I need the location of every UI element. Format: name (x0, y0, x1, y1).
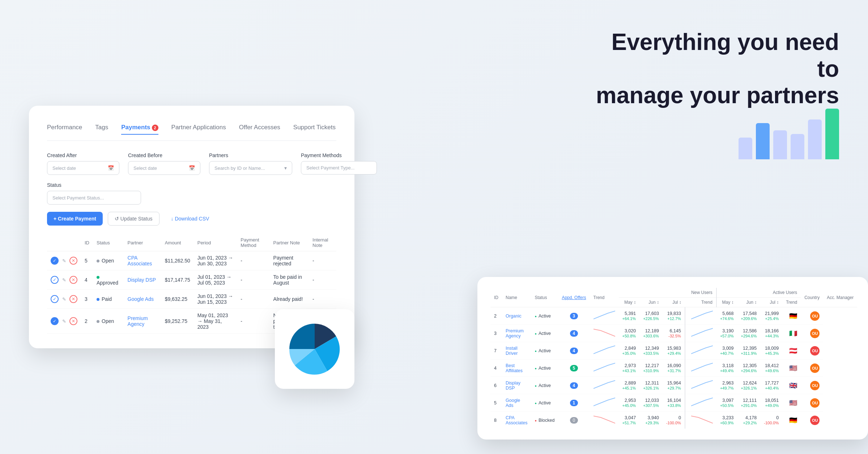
row-actions: ✓ ✎ ✕ (47, 270, 81, 290)
aff-table-row: 5 Google Ads ●Active 1 2,953+45.0% 12,03… (490, 394, 857, 412)
check-icon[interactable]: ✓ (51, 317, 59, 325)
bar-chart-decoration (739, 101, 839, 159)
aff-row-name[interactable]: Google Ads (502, 394, 531, 412)
aff-row-name[interactable]: Premium Agency (502, 325, 531, 342)
active-trend-header: Trend (782, 298, 801, 307)
row-partner[interactable]: Google Ads (124, 290, 161, 309)
aff-row-name[interactable]: Organic (502, 307, 531, 325)
tab-performance[interactable]: Performance (47, 124, 82, 135)
delete-icon[interactable]: ✕ (69, 276, 77, 284)
aff-row-country: 🇺🇸 (782, 360, 801, 377)
row-partner[interactable]: Premium Agency (124, 309, 161, 334)
aff-row-trend-new (590, 325, 619, 342)
tab-partner-apps[interactable]: Partner Applications (171, 124, 226, 135)
aff-col-acc-manager: Acc. Manager (823, 288, 857, 307)
aff-row-active-jun: 12,624+326.1% (737, 377, 761, 394)
tab-offer-accesses[interactable]: Offer Accesses (239, 124, 280, 135)
row-partner[interactable]: CPA Associates (124, 251, 161, 270)
edit-icon[interactable]: ✎ (60, 257, 68, 265)
pie-chart-card (275, 309, 354, 389)
delete-icon[interactable]: ✕ (69, 295, 77, 303)
status-select[interactable]: Select Payment Status... (47, 191, 141, 205)
aff-col-trend: Trend (590, 288, 619, 307)
calendar-icon: 📅 (108, 165, 114, 171)
aff-row-new-jul: 6,145-32.5% (663, 325, 685, 342)
row-payment-method: - (237, 251, 269, 270)
aff-row-country: 🇮🇹 (782, 325, 801, 342)
check-outline-icon[interactable]: ✓ (51, 295, 59, 303)
filter-created-before: Created Before Select date 📅 (128, 152, 200, 175)
aff-row-trend-new (590, 377, 619, 394)
aff-row-name[interactable]: Best Affiliates (502, 360, 531, 377)
delete-icon[interactable]: ✕ (69, 317, 77, 325)
aff-row-active-jul: 0-100.0% (760, 412, 782, 429)
aff-row-active-jun: 12,586+294.6% (737, 325, 761, 342)
aff-row-id: 2 (490, 307, 502, 325)
headline-text: Everything you need to manage your partn… (593, 29, 839, 109)
aff-row-manager: OU (801, 394, 823, 412)
row-payment-method: - (237, 270, 269, 290)
col-payment-method: Payment Method (237, 234, 269, 251)
row-partner[interactable]: Display DSP (124, 270, 161, 290)
edit-icon[interactable]: ✎ (60, 317, 68, 325)
aff-row-manager: OU (801, 342, 823, 360)
partners-input[interactable]: Search by ID or Name... ▾ (209, 161, 292, 175)
aff-row-active-jul: 17,727+40.4% (760, 377, 782, 394)
payment-methods-input[interactable]: Select Payment Type... (301, 161, 377, 175)
tab-tags[interactable]: Tags (95, 124, 108, 135)
new-may-header: May ↕ (619, 298, 640, 307)
delete-icon[interactable]: ✕ (69, 257, 77, 265)
aff-col-country: Country (801, 288, 823, 307)
aff-row-manager: OU (801, 360, 823, 377)
aff-col-status: Status (531, 288, 558, 307)
aff-row-trend-active (685, 360, 716, 377)
col-internal-note: Internal Note (309, 234, 336, 251)
check-icon[interactable]: ✓ (51, 257, 59, 265)
aff-row-active-jun: 17,548+209.6% (737, 307, 761, 325)
check-outline-icon[interactable]: ✓ (51, 276, 59, 284)
aff-row-appd: 3 (558, 307, 590, 325)
created-before-label: Created Before (128, 152, 200, 158)
create-payment-button[interactable]: + Create Payment (47, 212, 103, 226)
aff-table-row: 3 Premium Agency ●Active 4 3,020+50.8% 1… (490, 325, 857, 342)
bar-chart-bar-1 (756, 123, 770, 159)
active-jul-header: Jul ↕ (760, 298, 782, 307)
aff-row-trend-new (590, 394, 619, 412)
aff-row-active-jun: 12,111+291.0% (737, 394, 761, 412)
aff-row-name[interactable]: Install Driver (502, 342, 531, 360)
aff-row-appd: 4 (558, 325, 590, 342)
aff-row-new-may: 2,849+35.0% (619, 342, 640, 360)
download-csv-button[interactable]: ↓ Download CSV (165, 212, 216, 226)
filter-payment-methods: Payment Methods Select Payment Type... (301, 152, 377, 175)
partners-label: Partners (209, 152, 292, 158)
edit-icon[interactable]: ✎ (60, 276, 68, 284)
tabs-row: Performance Tags Payments2 Partner Appli… (47, 124, 336, 141)
aff-row-trend-active (685, 342, 716, 360)
aff-row-manager: OU (801, 377, 823, 394)
aff-row-trend-new (590, 342, 619, 360)
aff-row-active-may: 3,118+49.4% (716, 360, 737, 377)
edit-icon[interactable]: ✎ (60, 295, 68, 303)
aff-row-status: ●Active (531, 325, 558, 342)
aff-table-row: 8 CPA Associates ●Blocked 0 3,047+51.7% … (490, 412, 857, 429)
aff-row-name[interactable]: Display DSP (502, 377, 531, 394)
aff-row-new-may: 2,889+45.1% (619, 377, 640, 394)
row-partner-note: Payment rejected (270, 251, 309, 270)
row-period: May 01, 2023 → May 31, 2023 (194, 309, 237, 334)
row-payment-method: - (237, 309, 269, 334)
tab-payments[interactable]: Payments2 (121, 124, 158, 135)
aff-row-manager: OU (801, 307, 823, 325)
aff-row-appd: 1 (558, 394, 590, 412)
tab-support[interactable]: Support Tickets (293, 124, 336, 135)
new-users-header: New Users (619, 288, 716, 298)
created-before-input[interactable]: Select date 📅 (128, 161, 200, 175)
aff-row-name[interactable]: CPA Associates (502, 412, 531, 429)
created-after-input[interactable]: Select date 📅 (47, 161, 119, 175)
aff-row-active-may: 3,233+60.9% (716, 412, 737, 429)
col-actions (47, 234, 81, 251)
payment-methods-label: Payment Methods (301, 152, 377, 158)
aff-row-new-jul: 19,833+12.7% (663, 307, 685, 325)
aff-row-country: 🇺🇸 (782, 394, 801, 412)
update-status-button[interactable]: ↺ Update Status (108, 212, 159, 226)
aff-col-appd: Appd. Offers (558, 288, 590, 307)
